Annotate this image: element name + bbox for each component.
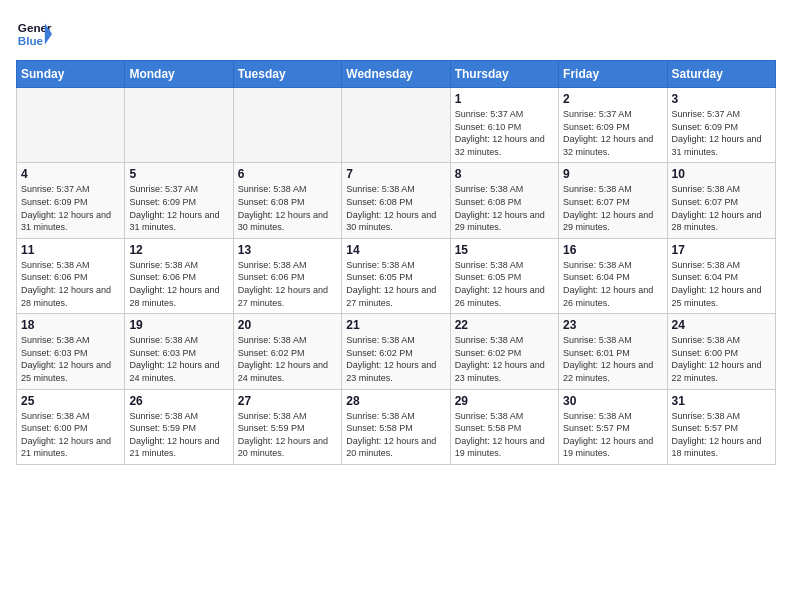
calendar-day-cell: 16 Sunrise: 5:38 AM Sunset: 6:04 PM Dayl… xyxy=(559,238,667,313)
day-number: 17 xyxy=(672,243,771,257)
calendar-day-cell: 29 Sunrise: 5:38 AM Sunset: 5:58 PM Dayl… xyxy=(450,389,558,464)
day-number: 6 xyxy=(238,167,337,181)
day-info: Sunrise: 5:38 AM Sunset: 6:03 PM Dayligh… xyxy=(21,334,120,384)
day-number: 4 xyxy=(21,167,120,181)
calendar-day-cell: 1 Sunrise: 5:37 AM Sunset: 6:10 PM Dayli… xyxy=(450,88,558,163)
calendar-day-cell: 15 Sunrise: 5:38 AM Sunset: 6:05 PM Dayl… xyxy=(450,238,558,313)
day-info: Sunrise: 5:38 AM Sunset: 5:58 PM Dayligh… xyxy=(455,410,554,460)
day-info: Sunrise: 5:38 AM Sunset: 5:58 PM Dayligh… xyxy=(346,410,445,460)
day-info: Sunrise: 5:38 AM Sunset: 6:08 PM Dayligh… xyxy=(455,183,554,233)
calendar-day-cell: 20 Sunrise: 5:38 AM Sunset: 6:02 PM Dayl… xyxy=(233,314,341,389)
day-number: 22 xyxy=(455,318,554,332)
calendar-day-cell: 8 Sunrise: 5:38 AM Sunset: 6:08 PM Dayli… xyxy=(450,163,558,238)
day-number: 15 xyxy=(455,243,554,257)
calendar-day-cell: 11 Sunrise: 5:38 AM Sunset: 6:06 PM Dayl… xyxy=(17,238,125,313)
calendar-day-cell: 26 Sunrise: 5:38 AM Sunset: 5:59 PM Dayl… xyxy=(125,389,233,464)
day-info: Sunrise: 5:38 AM Sunset: 6:01 PM Dayligh… xyxy=(563,334,662,384)
day-number: 25 xyxy=(21,394,120,408)
calendar-day-cell: 22 Sunrise: 5:38 AM Sunset: 6:02 PM Dayl… xyxy=(450,314,558,389)
day-info: Sunrise: 5:38 AM Sunset: 6:06 PM Dayligh… xyxy=(129,259,228,309)
day-number: 7 xyxy=(346,167,445,181)
calendar-day-cell: 9 Sunrise: 5:38 AM Sunset: 6:07 PM Dayli… xyxy=(559,163,667,238)
day-number: 11 xyxy=(21,243,120,257)
calendar-week-row: 4 Sunrise: 5:37 AM Sunset: 6:09 PM Dayli… xyxy=(17,163,776,238)
calendar-day-cell: 18 Sunrise: 5:38 AM Sunset: 6:03 PM Dayl… xyxy=(17,314,125,389)
calendar-week-row: 18 Sunrise: 5:38 AM Sunset: 6:03 PM Dayl… xyxy=(17,314,776,389)
calendar-day-cell: 10 Sunrise: 5:38 AM Sunset: 6:07 PM Dayl… xyxy=(667,163,775,238)
day-info: Sunrise: 5:38 AM Sunset: 6:04 PM Dayligh… xyxy=(563,259,662,309)
calendar-day-cell xyxy=(233,88,341,163)
day-number: 14 xyxy=(346,243,445,257)
day-number: 18 xyxy=(21,318,120,332)
day-number: 3 xyxy=(672,92,771,106)
calendar-day-cell: 28 Sunrise: 5:38 AM Sunset: 5:58 PM Dayl… xyxy=(342,389,450,464)
day-info: Sunrise: 5:38 AM Sunset: 6:08 PM Dayligh… xyxy=(346,183,445,233)
day-number: 2 xyxy=(563,92,662,106)
calendar-day-cell: 3 Sunrise: 5:37 AM Sunset: 6:09 PM Dayli… xyxy=(667,88,775,163)
col-header-monday: Monday xyxy=(125,61,233,88)
day-info: Sunrise: 5:37 AM Sunset: 6:09 PM Dayligh… xyxy=(21,183,120,233)
calendar-day-cell: 2 Sunrise: 5:37 AM Sunset: 6:09 PM Dayli… xyxy=(559,88,667,163)
page-header: General Blue xyxy=(16,16,776,52)
day-info: Sunrise: 5:38 AM Sunset: 5:59 PM Dayligh… xyxy=(238,410,337,460)
calendar-day-cell: 27 Sunrise: 5:38 AM Sunset: 5:59 PM Dayl… xyxy=(233,389,341,464)
svg-text:Blue: Blue xyxy=(18,34,44,47)
calendar-day-cell: 12 Sunrise: 5:38 AM Sunset: 6:06 PM Dayl… xyxy=(125,238,233,313)
day-info: Sunrise: 5:38 AM Sunset: 5:57 PM Dayligh… xyxy=(672,410,771,460)
calendar-day-cell: 25 Sunrise: 5:38 AM Sunset: 6:00 PM Dayl… xyxy=(17,389,125,464)
col-header-sunday: Sunday xyxy=(17,61,125,88)
day-number: 19 xyxy=(129,318,228,332)
day-number: 28 xyxy=(346,394,445,408)
day-info: Sunrise: 5:38 AM Sunset: 5:57 PM Dayligh… xyxy=(563,410,662,460)
col-header-wednesday: Wednesday xyxy=(342,61,450,88)
calendar-day-cell: 21 Sunrise: 5:38 AM Sunset: 6:02 PM Dayl… xyxy=(342,314,450,389)
day-number: 5 xyxy=(129,167,228,181)
col-header-friday: Friday xyxy=(559,61,667,88)
calendar-day-cell: 5 Sunrise: 5:37 AM Sunset: 6:09 PM Dayli… xyxy=(125,163,233,238)
calendar-day-cell: 30 Sunrise: 5:38 AM Sunset: 5:57 PM Dayl… xyxy=(559,389,667,464)
day-info: Sunrise: 5:38 AM Sunset: 6:05 PM Dayligh… xyxy=(346,259,445,309)
logo: General Blue xyxy=(16,16,52,52)
calendar-week-row: 1 Sunrise: 5:37 AM Sunset: 6:10 PM Dayli… xyxy=(17,88,776,163)
day-number: 23 xyxy=(563,318,662,332)
day-number: 24 xyxy=(672,318,771,332)
calendar-day-cell: 17 Sunrise: 5:38 AM Sunset: 6:04 PM Dayl… xyxy=(667,238,775,313)
day-info: Sunrise: 5:38 AM Sunset: 6:08 PM Dayligh… xyxy=(238,183,337,233)
day-info: Sunrise: 5:38 AM Sunset: 6:05 PM Dayligh… xyxy=(455,259,554,309)
day-number: 12 xyxy=(129,243,228,257)
calendar-day-cell: 31 Sunrise: 5:38 AM Sunset: 5:57 PM Dayl… xyxy=(667,389,775,464)
day-number: 31 xyxy=(672,394,771,408)
calendar-table: SundayMondayTuesdayWednesdayThursdayFrid… xyxy=(16,60,776,465)
calendar-day-cell: 19 Sunrise: 5:38 AM Sunset: 6:03 PM Dayl… xyxy=(125,314,233,389)
day-info: Sunrise: 5:38 AM Sunset: 6:07 PM Dayligh… xyxy=(563,183,662,233)
day-number: 10 xyxy=(672,167,771,181)
day-info: Sunrise: 5:38 AM Sunset: 6:02 PM Dayligh… xyxy=(455,334,554,384)
day-number: 20 xyxy=(238,318,337,332)
calendar-day-cell: 14 Sunrise: 5:38 AM Sunset: 6:05 PM Dayl… xyxy=(342,238,450,313)
day-info: Sunrise: 5:38 AM Sunset: 6:02 PM Dayligh… xyxy=(238,334,337,384)
calendar-day-cell: 7 Sunrise: 5:38 AM Sunset: 6:08 PM Dayli… xyxy=(342,163,450,238)
day-info: Sunrise: 5:38 AM Sunset: 6:03 PM Dayligh… xyxy=(129,334,228,384)
day-number: 27 xyxy=(238,394,337,408)
calendar-header-row: SundayMondayTuesdayWednesdayThursdayFrid… xyxy=(17,61,776,88)
day-number: 16 xyxy=(563,243,662,257)
day-info: Sunrise: 5:38 AM Sunset: 6:02 PM Dayligh… xyxy=(346,334,445,384)
day-info: Sunrise: 5:38 AM Sunset: 6:04 PM Dayligh… xyxy=(672,259,771,309)
day-info: Sunrise: 5:37 AM Sunset: 6:10 PM Dayligh… xyxy=(455,108,554,158)
day-number: 1 xyxy=(455,92,554,106)
day-info: Sunrise: 5:37 AM Sunset: 6:09 PM Dayligh… xyxy=(129,183,228,233)
day-number: 26 xyxy=(129,394,228,408)
day-number: 29 xyxy=(455,394,554,408)
calendar-day-cell xyxy=(17,88,125,163)
col-header-tuesday: Tuesday xyxy=(233,61,341,88)
calendar-week-row: 11 Sunrise: 5:38 AM Sunset: 6:06 PM Dayl… xyxy=(17,238,776,313)
calendar-day-cell: 24 Sunrise: 5:38 AM Sunset: 6:00 PM Dayl… xyxy=(667,314,775,389)
day-info: Sunrise: 5:38 AM Sunset: 6:00 PM Dayligh… xyxy=(672,334,771,384)
calendar-day-cell: 13 Sunrise: 5:38 AM Sunset: 6:06 PM Dayl… xyxy=(233,238,341,313)
day-info: Sunrise: 5:38 AM Sunset: 6:06 PM Dayligh… xyxy=(21,259,120,309)
calendar-day-cell xyxy=(342,88,450,163)
logo-icon: General Blue xyxy=(16,16,52,52)
calendar-day-cell: 23 Sunrise: 5:38 AM Sunset: 6:01 PM Dayl… xyxy=(559,314,667,389)
calendar-day-cell xyxy=(125,88,233,163)
day-number: 21 xyxy=(346,318,445,332)
